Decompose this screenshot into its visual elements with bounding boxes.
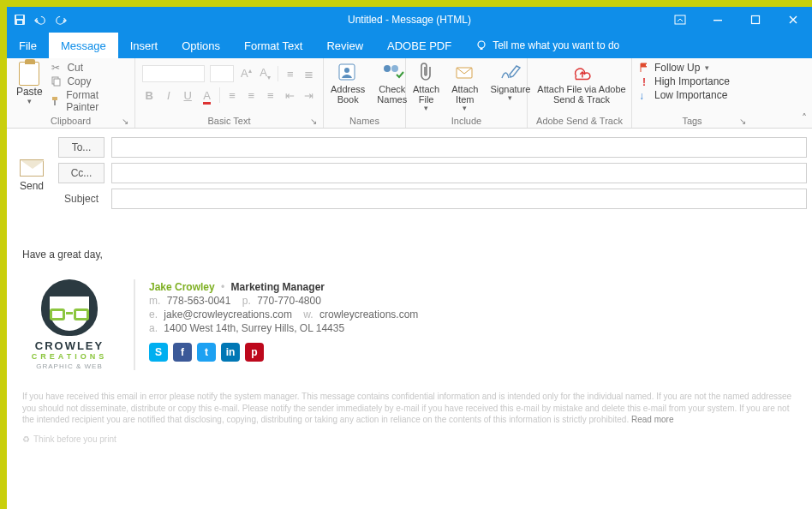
tab-adobe-pdf[interactable]: ADOBE PDF	[375, 33, 463, 58]
pinterest-icon[interactable]: p	[245, 343, 264, 362]
save-icon[interactable]	[14, 14, 26, 26]
svg-point-6	[478, 41, 485, 48]
svg-point-13	[344, 68, 349, 73]
linkedin-icon[interactable]: in	[221, 343, 240, 362]
italic-button[interactable]: I	[161, 89, 175, 102]
font-size-select[interactable]	[210, 65, 234, 82]
group-label-clipboard: Clipboard ↘	[14, 114, 128, 126]
numbering-icon[interactable]: ≣	[302, 68, 316, 81]
tab-options[interactable]: Options	[170, 33, 232, 58]
subject-input[interactable]	[111, 189, 807, 209]
format-painter-button[interactable]: Format Painter	[50, 89, 128, 113]
think-before-print: ♻ Think before you print	[22, 434, 800, 444]
adobe-cloud-icon	[570, 62, 594, 82]
ribbon-display-options-icon[interactable]	[661, 7, 699, 33]
send-button[interactable]: Send	[12, 137, 51, 209]
group-label-include: Include	[413, 114, 520, 126]
tab-file[interactable]: File	[7, 33, 49, 58]
low-importance-button[interactable]: ↓ Low Importance	[639, 89, 745, 101]
copy-label: Copy	[67, 75, 91, 87]
dialog-launcher-icon[interactable]: ↘	[309, 117, 318, 125]
signature-button[interactable]: Signature ▾	[490, 62, 530, 103]
svg-rect-2	[17, 21, 22, 24]
address-book-button[interactable]: Address Book	[331, 62, 365, 105]
paste-icon	[19, 62, 39, 86]
logo-sub: CREATIONS	[22, 352, 116, 361]
sig-address: 1400 West 14th, Surrey Hills, OL 14435	[164, 322, 344, 334]
chevron-down-icon: ▾	[508, 94, 512, 103]
bullets-icon[interactable]: ≡	[284, 68, 297, 81]
tab-format-text[interactable]: Format Text	[232, 33, 314, 58]
to-button[interactable]: To...	[58, 137, 104, 158]
tab-insert[interactable]: Insert	[118, 33, 170, 58]
font-family-select[interactable]	[142, 65, 205, 82]
copy-button[interactable]: Copy	[50, 75, 128, 87]
undo-icon[interactable]	[34, 14, 46, 26]
attach-file-button[interactable]: Attach File ▾	[413, 62, 439, 113]
to-input[interactable]	[111, 137, 807, 158]
twitter-icon[interactable]: t	[197, 343, 216, 362]
logo-graphic	[34, 279, 104, 334]
svg-rect-4	[713, 20, 722, 21]
scissors-icon: ✂	[50, 62, 62, 74]
svg-rect-5	[752, 16, 760, 24]
lightbulb-icon	[475, 39, 487, 51]
align-center-icon[interactable]: ≡	[244, 89, 258, 102]
skype-icon[interactable]: S	[149, 343, 168, 362]
sig-role: Marketing Manager	[231, 281, 325, 293]
dialog-launcher-icon[interactable]: ↘	[738, 117, 747, 125]
ribbon-tabs: File Message Insert Options Format Text …	[7, 33, 812, 58]
font-color-button[interactable]: A	[200, 89, 213, 102]
group-clipboard: Paste ▾ ✂ Cut Copy Form	[7, 58, 135, 128]
check-names-button[interactable]: Check Names	[377, 62, 407, 105]
ribbon: Paste ▾ ✂ Cut Copy Form	[7, 58, 812, 129]
check-names-icon	[380, 62, 404, 82]
svg-rect-1	[16, 15, 23, 19]
follow-up-button[interactable]: Follow Up ▾	[639, 62, 745, 74]
bold-button[interactable]: B	[142, 89, 156, 102]
font-row: A▴ A▾ ≡ ≣	[142, 65, 316, 82]
to-row: To...	[58, 137, 807, 158]
dialog-launcher-icon[interactable]: ↘	[121, 117, 129, 125]
sig-phone: 770-770-4800	[257, 295, 321, 307]
group-basic-text: A▴ A▾ ≡ ≣ B I U A ≡ ≡ ≡ ⇤ ⇥ Basic Text ↘	[135, 58, 324, 128]
redo-icon[interactable]	[55, 14, 67, 26]
group-label-adobe: Adobe Send & Track	[534, 114, 624, 126]
shrink-font-icon[interactable]: A▾	[259, 66, 272, 81]
attach-item-button[interactable]: Attach Item ▾	[451, 62, 478, 113]
tab-review[interactable]: Review	[314, 33, 375, 58]
svg-rect-10	[52, 97, 57, 100]
svg-rect-9	[54, 79, 60, 86]
sig-email: jake@crowleycreations.com	[164, 308, 292, 320]
cc-button[interactable]: Cc...	[58, 163, 104, 183]
tab-message[interactable]: Message	[49, 33, 118, 58]
underline-button[interactable]: U	[181, 89, 194, 102]
align-left-icon[interactable]: ≡	[225, 89, 239, 102]
minimize-button[interactable]	[699, 7, 737, 33]
svg-rect-7	[481, 48, 483, 50]
read-more-link[interactable]: Read more	[631, 415, 673, 424]
align-right-icon[interactable]: ≡	[264, 89, 278, 102]
sig-name: Jake Crowley	[149, 281, 215, 293]
envelope-icon	[20, 159, 44, 177]
collapse-ribbon-icon[interactable]: ˄	[802, 112, 807, 124]
high-importance-button[interactable]: ! High Importance	[639, 75, 745, 87]
tell-me[interactable]: Tell me what you want to do	[463, 33, 619, 58]
group-label-tags: Tags ↘	[639, 114, 745, 126]
adobe-send-track-button[interactable]: Attach File via Adobe Send & Track	[534, 62, 629, 105]
increase-indent-icon[interactable]: ⇥	[302, 89, 316, 102]
paste-button[interactable]: Paste ▾	[14, 62, 45, 113]
decrease-indent-icon[interactable]: ⇤	[283, 89, 296, 102]
maximize-button[interactable]	[737, 7, 774, 33]
facebook-icon[interactable]: f	[173, 343, 192, 362]
message-body[interactable]: Have a great day, CROWLEY CREATIONS GRAP…	[7, 214, 812, 451]
cc-input[interactable]	[111, 163, 807, 183]
cut-button[interactable]: ✂ Cut	[50, 62, 128, 74]
grow-font-icon[interactable]: A▴	[239, 67, 253, 80]
group-names: Address Book Check Names Names	[324, 58, 406, 128]
quick-access-toolbar	[7, 14, 67, 26]
greeting-text: Have a great day,	[22, 249, 800, 260]
paperclip-icon	[415, 62, 439, 82]
subject-label: Subject	[58, 193, 104, 205]
close-button[interactable]	[774, 7, 812, 33]
